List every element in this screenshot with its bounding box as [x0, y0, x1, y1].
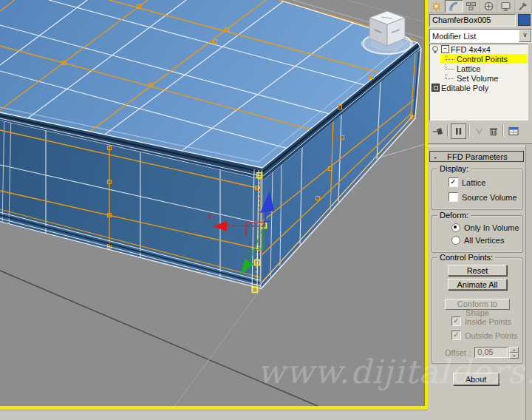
all-vertices-radio[interactable] — [451, 236, 460, 245]
make-unique-icon — [474, 126, 485, 137]
viewport-3d[interactable]: x — [0, 0, 425, 407]
display-group-label: Display: — [437, 164, 471, 173]
tree-branch — [446, 55, 454, 60]
base-object-icon — [432, 84, 440, 92]
modifier-list-label: Modifier List — [430, 32, 519, 41]
animate-all-button[interactable]: Animate All — [448, 279, 507, 290]
lattice-checkbox-label: Lattice — [462, 178, 485, 187]
outside-points-label: Outside Points — [465, 331, 518, 340]
show-end-result-button[interactable] — [451, 123, 466, 139]
only-in-volume-label: Only In Volume — [464, 223, 519, 232]
modifier-stack[interactable]: FFD 4x4x4 Control Points Lattice Set Vol… — [429, 44, 528, 121]
configure-modifier-sets-button[interactable] — [506, 124, 520, 138]
control-points-group-label: Control Points: — [437, 253, 495, 262]
utilities-icon — [517, 1, 528, 12]
control-points-group: Control Points: Reset Animate All Confor… — [432, 257, 523, 364]
deform-group: Deform: Only In Volume All Vertices — [432, 215, 523, 253]
offset-spinner[interactable] — [509, 347, 519, 358]
spinner-up-icon[interactable] — [509, 347, 519, 353]
tab-create[interactable] — [428, 0, 445, 13]
only-in-volume-radio[interactable] — [451, 223, 460, 232]
rollout-title: FFD Parameters — [440, 152, 523, 161]
tab-modify[interactable] — [445, 0, 463, 13]
stack-item-control-points[interactable]: Control Points — [430, 54, 528, 64]
create-icon — [431, 1, 442, 12]
toolbar-separator — [502, 125, 504, 137]
window-bottom-strip — [0, 410, 428, 420]
pin-icon — [432, 126, 443, 137]
display-group: Display: Lattice Source Volume — [432, 169, 523, 210]
hierarchy-icon — [466, 1, 477, 12]
inside-points-checkbox[interactable] — [451, 316, 461, 326]
offset-label: Offset : — [445, 348, 471, 357]
motion-icon — [483, 1, 494, 12]
show-end-result-icon — [453, 126, 464, 137]
command-panel: ChamferBox005 Modifier List FFD 4x4x4 Co… — [428, 0, 532, 420]
toolbar-separator — [447, 125, 449, 137]
chevron-down-icon[interactable] — [519, 30, 531, 42]
command-panel-tabs — [428, 0, 532, 13]
bulb-icon[interactable] — [431, 45, 440, 53]
about-button[interactable]: About — [453, 373, 499, 385]
tab-utilities[interactable] — [515, 0, 532, 13]
modifier-list-dropdown[interactable]: Modifier List — [429, 29, 532, 43]
remove-modifier-button[interactable] — [486, 124, 500, 138]
stack-item-lattice[interactable]: Lattice — [430, 64, 528, 73]
lattice-checkbox[interactable] — [449, 177, 458, 187]
remove-modifier-icon — [488, 126, 499, 137]
all-vertices-label: All Vertices — [464, 236, 504, 245]
make-unique-button[interactable] — [472, 124, 486, 138]
stack-item-label: Set Volume — [455, 74, 498, 83]
object-color-swatch[interactable] — [518, 14, 531, 26]
tab-motion[interactable] — [480, 0, 497, 13]
stack-item-editable-poly[interactable]: Editable Poly — [430, 83, 528, 92]
outside-points-checkbox[interactable] — [451, 331, 461, 340]
gizmo-x-label: x — [208, 211, 213, 220]
collapse-icon[interactable] — [441, 45, 449, 53]
stack-item-label: Control Points — [455, 55, 508, 64]
reset-button[interactable]: Reset — [448, 265, 507, 276]
source-volume-checkbox[interactable] — [449, 192, 458, 202]
panel-scrollbar[interactable] — [525, 145, 532, 420]
stack-item-set-volume[interactable]: Set Volume — [430, 73, 528, 83]
toolbar-separator — [468, 125, 470, 137]
stack-item-label: Lattice — [455, 64, 480, 73]
inside-points-label: Inside Points — [465, 317, 511, 326]
stack-item-ffd[interactable]: FFD 4x4x4 — [430, 44, 528, 54]
tree-branch — [446, 64, 454, 70]
configure-modifier-sets-icon — [508, 126, 519, 137]
spinner-down-icon[interactable] — [509, 353, 519, 359]
panel-separator — [428, 143, 532, 146]
tree-branch — [446, 74, 454, 79]
tab-hierarchy[interactable] — [463, 0, 480, 13]
deform-group-label: Deform: — [437, 211, 471, 220]
tab-display[interactable] — [497, 0, 514, 13]
object-name-field[interactable]: ChamferBox005 — [429, 14, 516, 27]
display-icon — [500, 1, 511, 12]
conform-to-shape-button[interactable]: Conform to Shape — [445, 299, 510, 310]
source-volume-checkbox-label: Source Volume — [462, 193, 517, 202]
rollout-collapse-icon[interactable]: - — [430, 152, 440, 161]
offset-field[interactable]: 0,05 — [474, 347, 508, 358]
stack-item-label: FFD 4x4x4 — [449, 45, 491, 54]
rollout-ffd-parameters[interactable]: - FFD Parameters — [429, 151, 524, 162]
modify-icon — [449, 1, 460, 12]
modifier-stack-toolbar — [428, 121, 532, 141]
stack-item-label: Editable Poly — [440, 84, 488, 92]
3dsmax-window: x — [0, 0, 532, 420]
pin-stack-button[interactable] — [431, 124, 445, 138]
